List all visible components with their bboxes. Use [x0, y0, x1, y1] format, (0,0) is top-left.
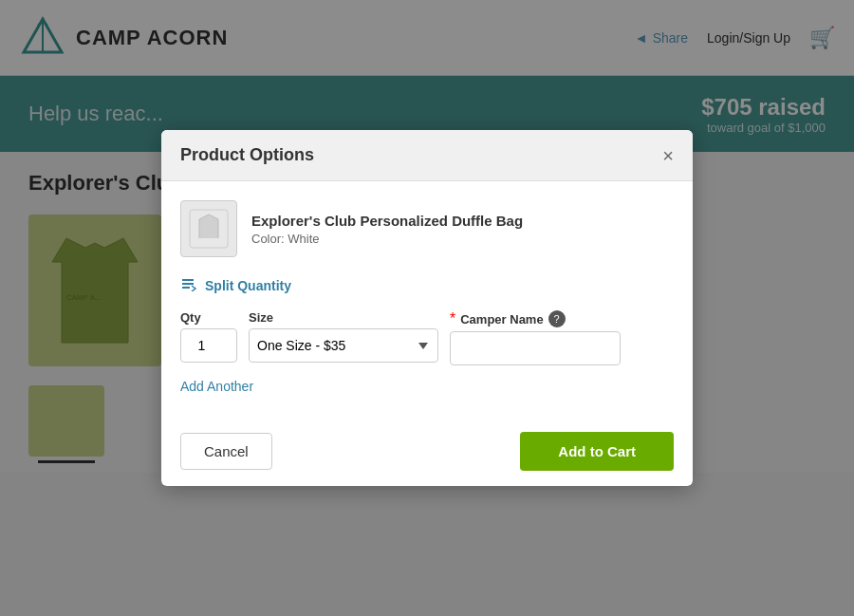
form-row: Qty Size One Size - $35 * Camper Name	[180, 310, 674, 365]
qty-label: Qty	[180, 310, 237, 325]
modal-overlay[interactable]: Product Options × Explorer's Club Person…	[0, 0, 854, 616]
product-name: Explorer's Club Personalized Duffle Bag	[251, 213, 523, 229]
modal-title: Product Options	[180, 145, 314, 165]
camper-name-label-row: * Camper Name ?	[450, 310, 621, 327]
qty-group: Qty	[180, 310, 237, 363]
split-quantity-row[interactable]: Split Quantity	[180, 276, 674, 295]
modal-footer: Cancel Add to Cart	[161, 417, 693, 486]
add-another-button[interactable]: Add Another	[180, 375, 253, 398]
modal-close-button[interactable]: ×	[662, 146, 674, 165]
camper-name-label: Camper Name	[460, 312, 543, 327]
size-select[interactable]: One Size - $35	[249, 328, 438, 363]
size-label: Size	[249, 310, 438, 325]
product-color: Color: White	[251, 232, 523, 246]
camper-name-group: * Camper Name ?	[450, 310, 621, 365]
product-options-modal: Product Options × Explorer's Club Person…	[161, 130, 693, 486]
modal-body: Explorer's Club Personalized Duffle Bag …	[161, 181, 693, 417]
split-qty-label: Split Quantity	[205, 278, 291, 293]
product-thumbnail	[180, 200, 237, 257]
help-icon[interactable]: ?	[548, 310, 566, 327]
camper-name-input[interactable]	[450, 331, 621, 365]
add-to-cart-button[interactable]: Add to Cart	[520, 432, 674, 471]
qty-input[interactable]	[180, 328, 237, 363]
split-qty-icon	[180, 276, 197, 295]
required-star: *	[450, 310, 455, 327]
product-info-row: Explorer's Club Personalized Duffle Bag …	[180, 200, 674, 257]
cancel-button[interactable]: Cancel	[180, 433, 272, 470]
modal-header: Product Options ×	[161, 130, 693, 181]
product-details: Explorer's Club Personalized Duffle Bag …	[251, 213, 523, 246]
size-group: Size One Size - $35	[249, 310, 438, 363]
